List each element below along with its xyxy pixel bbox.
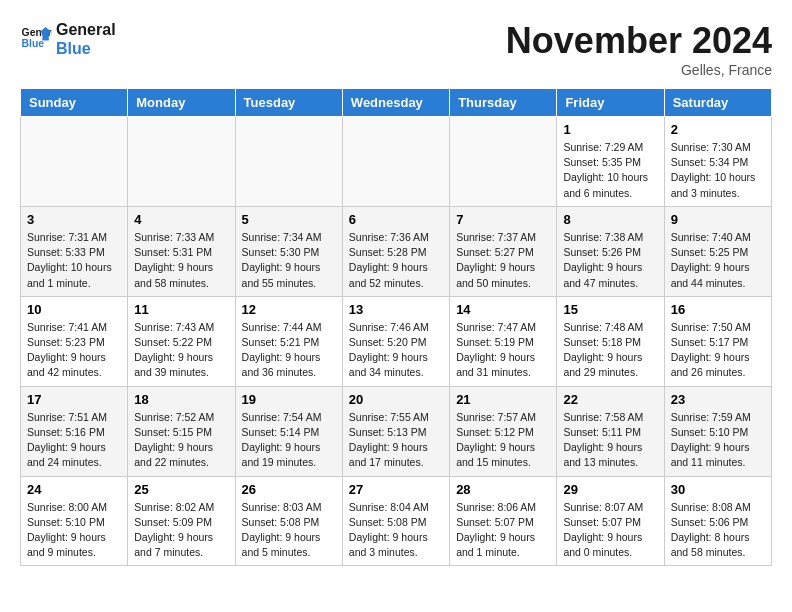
- day-cell: [450, 117, 557, 207]
- day-info: Sunrise: 7:38 AMSunset: 5:26 PMDaylight:…: [563, 230, 657, 291]
- day-info: Sunrise: 8:03 AMSunset: 5:08 PMDaylight:…: [242, 500, 336, 561]
- day-info: Sunrise: 8:04 AMSunset: 5:08 PMDaylight:…: [349, 500, 443, 561]
- day-cell: 7Sunrise: 7:37 AMSunset: 5:27 PMDaylight…: [450, 206, 557, 296]
- day-cell: 10Sunrise: 7:41 AMSunset: 5:23 PMDayligh…: [21, 296, 128, 386]
- day-info: Sunrise: 7:55 AMSunset: 5:13 PMDaylight:…: [349, 410, 443, 471]
- day-number: 24: [27, 482, 121, 497]
- page-header: General Blue General Blue November 2024 …: [20, 20, 772, 78]
- day-info: Sunrise: 7:40 AMSunset: 5:25 PMDaylight:…: [671, 230, 765, 291]
- day-cell: 20Sunrise: 7:55 AMSunset: 5:13 PMDayligh…: [342, 386, 449, 476]
- day-cell: [21, 117, 128, 207]
- day-number: 1: [563, 122, 657, 137]
- day-cell: 5Sunrise: 7:34 AMSunset: 5:30 PMDaylight…: [235, 206, 342, 296]
- day-number: 7: [456, 212, 550, 227]
- day-cell: 8Sunrise: 7:38 AMSunset: 5:26 PMDaylight…: [557, 206, 664, 296]
- day-cell: 29Sunrise: 8:07 AMSunset: 5:07 PMDayligh…: [557, 476, 664, 566]
- month-title: November 2024: [506, 20, 772, 62]
- day-cell: 14Sunrise: 7:47 AMSunset: 5:19 PMDayligh…: [450, 296, 557, 386]
- day-info: Sunrise: 7:48 AMSunset: 5:18 PMDaylight:…: [563, 320, 657, 381]
- day-info: Sunrise: 7:58 AMSunset: 5:11 PMDaylight:…: [563, 410, 657, 471]
- day-info: Sunrise: 7:36 AMSunset: 5:28 PMDaylight:…: [349, 230, 443, 291]
- day-info: Sunrise: 7:31 AMSunset: 5:33 PMDaylight:…: [27, 230, 121, 291]
- day-cell: 27Sunrise: 8:04 AMSunset: 5:08 PMDayligh…: [342, 476, 449, 566]
- day-info: Sunrise: 8:08 AMSunset: 5:06 PMDaylight:…: [671, 500, 765, 561]
- day-number: 25: [134, 482, 228, 497]
- day-number: 20: [349, 392, 443, 407]
- day-number: 18: [134, 392, 228, 407]
- day-number: 5: [242, 212, 336, 227]
- svg-text:Blue: Blue: [22, 38, 45, 49]
- day-number: 6: [349, 212, 443, 227]
- day-info: Sunrise: 7:29 AMSunset: 5:35 PMDaylight:…: [563, 140, 657, 201]
- day-cell: 9Sunrise: 7:40 AMSunset: 5:25 PMDaylight…: [664, 206, 771, 296]
- day-number: 8: [563, 212, 657, 227]
- day-number: 29: [563, 482, 657, 497]
- day-number: 13: [349, 302, 443, 317]
- weekday-thursday: Thursday: [450, 89, 557, 117]
- day-number: 17: [27, 392, 121, 407]
- week-row-3: 10Sunrise: 7:41 AMSunset: 5:23 PMDayligh…: [21, 296, 772, 386]
- week-row-2: 3Sunrise: 7:31 AMSunset: 5:33 PMDaylight…: [21, 206, 772, 296]
- day-cell: 28Sunrise: 8:06 AMSunset: 5:07 PMDayligh…: [450, 476, 557, 566]
- day-cell: 3Sunrise: 7:31 AMSunset: 5:33 PMDaylight…: [21, 206, 128, 296]
- day-number: 27: [349, 482, 443, 497]
- day-number: 14: [456, 302, 550, 317]
- day-info: Sunrise: 8:06 AMSunset: 5:07 PMDaylight:…: [456, 500, 550, 561]
- weekday-monday: Monday: [128, 89, 235, 117]
- day-cell: 6Sunrise: 7:36 AMSunset: 5:28 PMDaylight…: [342, 206, 449, 296]
- day-number: 11: [134, 302, 228, 317]
- day-number: 15: [563, 302, 657, 317]
- day-info: Sunrise: 7:44 AMSunset: 5:21 PMDaylight:…: [242, 320, 336, 381]
- day-number: 23: [671, 392, 765, 407]
- day-info: Sunrise: 7:46 AMSunset: 5:20 PMDaylight:…: [349, 320, 443, 381]
- day-info: Sunrise: 7:50 AMSunset: 5:17 PMDaylight:…: [671, 320, 765, 381]
- day-info: Sunrise: 8:00 AMSunset: 5:10 PMDaylight:…: [27, 500, 121, 561]
- weekday-saturday: Saturday: [664, 89, 771, 117]
- week-row-4: 17Sunrise: 7:51 AMSunset: 5:16 PMDayligh…: [21, 386, 772, 476]
- day-cell: 19Sunrise: 7:54 AMSunset: 5:14 PMDayligh…: [235, 386, 342, 476]
- day-info: Sunrise: 7:37 AMSunset: 5:27 PMDaylight:…: [456, 230, 550, 291]
- day-info: Sunrise: 7:30 AMSunset: 5:34 PMDaylight:…: [671, 140, 765, 201]
- day-cell: 16Sunrise: 7:50 AMSunset: 5:17 PMDayligh…: [664, 296, 771, 386]
- day-number: 10: [27, 302, 121, 317]
- weekday-friday: Friday: [557, 89, 664, 117]
- day-cell: 15Sunrise: 7:48 AMSunset: 5:18 PMDayligh…: [557, 296, 664, 386]
- day-cell: 25Sunrise: 8:02 AMSunset: 5:09 PMDayligh…: [128, 476, 235, 566]
- day-number: 2: [671, 122, 765, 137]
- day-info: Sunrise: 7:41 AMSunset: 5:23 PMDaylight:…: [27, 320, 121, 381]
- day-cell: 23Sunrise: 7:59 AMSunset: 5:10 PMDayligh…: [664, 386, 771, 476]
- logo-blue: Blue: [56, 39, 116, 58]
- day-info: Sunrise: 7:54 AMSunset: 5:14 PMDaylight:…: [242, 410, 336, 471]
- day-cell: 21Sunrise: 7:57 AMSunset: 5:12 PMDayligh…: [450, 386, 557, 476]
- day-cell: 22Sunrise: 7:58 AMSunset: 5:11 PMDayligh…: [557, 386, 664, 476]
- logo-general: General: [56, 20, 116, 39]
- day-info: Sunrise: 7:47 AMSunset: 5:19 PMDaylight:…: [456, 320, 550, 381]
- weekday-header-row: SundayMondayTuesdayWednesdayThursdayFrid…: [21, 89, 772, 117]
- day-info: Sunrise: 7:57 AMSunset: 5:12 PMDaylight:…: [456, 410, 550, 471]
- day-info: Sunrise: 7:34 AMSunset: 5:30 PMDaylight:…: [242, 230, 336, 291]
- location: Gelles, France: [506, 62, 772, 78]
- day-cell: 30Sunrise: 8:08 AMSunset: 5:06 PMDayligh…: [664, 476, 771, 566]
- day-number: 22: [563, 392, 657, 407]
- day-cell: 24Sunrise: 8:00 AMSunset: 5:10 PMDayligh…: [21, 476, 128, 566]
- title-block: November 2024 Gelles, France: [506, 20, 772, 78]
- weekday-tuesday: Tuesday: [235, 89, 342, 117]
- weekday-wednesday: Wednesday: [342, 89, 449, 117]
- day-number: 21: [456, 392, 550, 407]
- week-row-5: 24Sunrise: 8:00 AMSunset: 5:10 PMDayligh…: [21, 476, 772, 566]
- day-cell: [128, 117, 235, 207]
- day-info: Sunrise: 8:02 AMSunset: 5:09 PMDaylight:…: [134, 500, 228, 561]
- day-number: 16: [671, 302, 765, 317]
- day-number: 19: [242, 392, 336, 407]
- day-cell: 13Sunrise: 7:46 AMSunset: 5:20 PMDayligh…: [342, 296, 449, 386]
- day-cell: 12Sunrise: 7:44 AMSunset: 5:21 PMDayligh…: [235, 296, 342, 386]
- day-info: Sunrise: 8:07 AMSunset: 5:07 PMDaylight:…: [563, 500, 657, 561]
- day-info: Sunrise: 7:52 AMSunset: 5:15 PMDaylight:…: [134, 410, 228, 471]
- day-info: Sunrise: 7:51 AMSunset: 5:16 PMDaylight:…: [27, 410, 121, 471]
- day-number: 30: [671, 482, 765, 497]
- day-number: 3: [27, 212, 121, 227]
- week-row-1: 1Sunrise: 7:29 AMSunset: 5:35 PMDaylight…: [21, 117, 772, 207]
- day-cell: 18Sunrise: 7:52 AMSunset: 5:15 PMDayligh…: [128, 386, 235, 476]
- day-cell: [342, 117, 449, 207]
- day-number: 26: [242, 482, 336, 497]
